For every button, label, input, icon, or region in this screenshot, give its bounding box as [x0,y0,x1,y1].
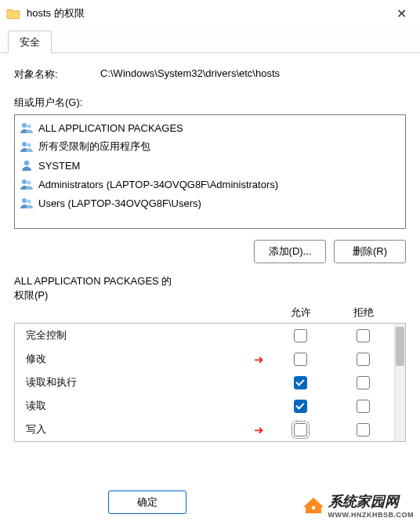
object-label: 对象名称: [14,67,100,81]
titlebar: hosts 的权限 ✕ [0,0,420,27]
close-button[interactable]: ✕ [386,6,417,21]
arrow-icon: ➜ [254,424,264,436]
add-button[interactable]: 添加(D)... [254,240,326,263]
permissions-area: 完全控制修改➜读取和执行读取写入➜ [14,323,406,442]
deny-checkbox[interactable] [357,353,370,366]
principal-name: SYSTEM [38,160,80,172]
permission-name: 完全控制 [26,328,269,342]
deny-cell [331,329,394,342]
tab-security[interactable]: 安全 [8,31,52,53]
principal-name: 所有受限制的应用程序包 [38,139,150,154]
deny-checkbox[interactable] [357,329,370,342]
permissions-title-b: 权限(P) [14,288,218,302]
permission-row: 读取 [15,394,394,418]
deny-checkbox[interactable] [357,376,370,389]
ok-button[interactable]: 确定 [108,491,186,514]
house-icon [303,496,324,515]
allow-cell [269,400,331,413]
permission-row: 写入➜ [15,418,394,441]
arrow-icon: ➜ [254,353,264,365]
object-path: C:\Windows\System32\drivers\etc\hosts [100,67,406,81]
list-item[interactable]: SYSTEM [20,156,400,175]
watermark-text: 系统家园网 [328,492,414,511]
allow-cell: ➜ [269,353,331,366]
permissions-title: ALL APPLICATION PACKAGES 的 权限(P) [14,274,406,302]
allow-checkbox[interactable] [294,423,307,436]
window-title: hosts 的权限 [27,6,386,20]
allow-cell [269,376,331,389]
allow-checkbox[interactable] [294,400,307,413]
users-icon [20,178,34,190]
watermark: 系统家园网 WWW.HNZKHBSB.COM [303,492,414,519]
allow-checkbox[interactable] [294,329,307,342]
watermark-sub: WWW.HNZKHBSB.COM [328,511,414,519]
permission-name: 修改 [26,352,269,366]
deny-cell [331,376,394,389]
list-item[interactable]: ALL APPLICATION PACKAGES [20,118,400,137]
principal-name: ALL APPLICATION PACKAGES [38,122,183,134]
principals-listbox[interactable]: ALL APPLICATION PACKAGES所有受限制的应用程序包SYSTE… [14,114,406,229]
users-icon [20,121,34,134]
scroll-thumb[interactable] [396,327,404,366]
list-item[interactable]: 所有受限制的应用程序包 [20,137,400,156]
tabstrip: 安全 [0,27,420,53]
object-row: 对象名称: C:\Windows\System32\drivers\etc\ho… [14,67,406,81]
remove-button[interactable]: 删除(R) [334,240,406,263]
permission-name: 读取 [26,399,269,413]
col-allow: 允许 [270,306,332,320]
permission-row: 读取和执行 [15,371,394,394]
permissions-list: 完全控制修改➜读取和执行读取写入➜ [15,324,394,441]
deny-cell [331,423,394,436]
svg-point-0 [311,506,314,509]
groups-label: 组或用户名(G): [14,96,406,110]
users-icon [20,140,34,153]
principal-name: Users (LAPTOP-34OVQG8F\Users) [38,197,201,209]
scrollbar[interactable] [394,324,405,441]
permission-name: 读取和执行 [26,375,269,389]
allow-cell [269,329,331,342]
user-icon [20,159,34,172]
permission-row: 完全控制 [15,324,394,347]
allow-checkbox[interactable] [294,376,307,389]
deny-cell [331,353,394,366]
deny-checkbox[interactable] [357,400,370,413]
permission-row: 修改➜ [15,347,394,371]
folder-icon [6,7,20,20]
list-item[interactable]: Users (LAPTOP-34OVQG8F\Users) [20,194,400,212]
users-icon [20,197,34,209]
allow-cell: ➜ [269,423,331,436]
deny-checkbox[interactable] [357,423,370,436]
list-item[interactable]: Administrators (LAPTOP-34OVQG8F\Administ… [20,175,400,194]
permission-name: 写入 [26,422,269,436]
allow-checkbox[interactable] [294,353,307,366]
col-deny: 拒绝 [332,306,395,320]
permissions-header: 允许 拒绝 [14,306,406,320]
deny-cell [331,400,394,413]
principal-name: Administrators (LAPTOP-34OVQG8F\Administ… [38,179,278,190]
permissions-title-a: ALL APPLICATION PACKAGES 的 [14,275,172,287]
